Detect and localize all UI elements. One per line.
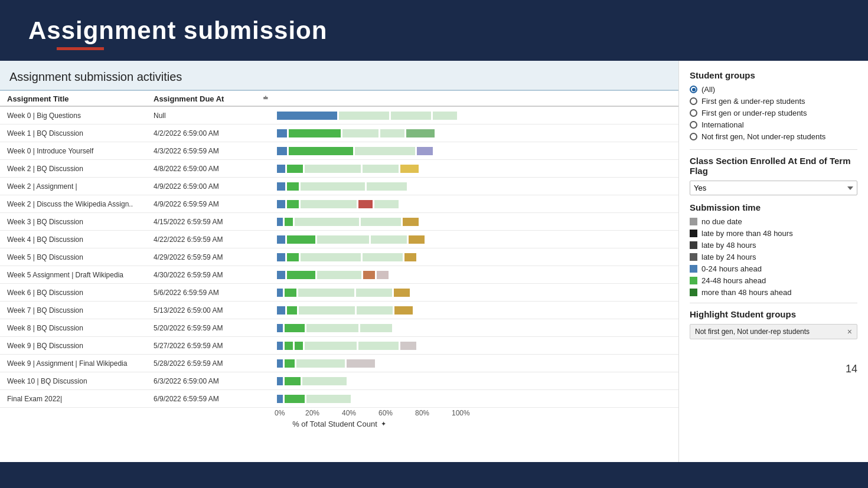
col-title-header: Assignment Title — [0, 94, 154, 103]
radio-label: First gen & under-rep students — [701, 97, 805, 106]
row-title: Week 6 | BQ Discussion — [0, 289, 154, 297]
bar-segment — [277, 324, 283, 332]
bars-wrapper — [275, 162, 419, 175]
bar-segment — [301, 182, 365, 191]
bars-wrapper — [275, 357, 376, 370]
bars-wrapper — [275, 339, 417, 352]
table-row: Week 0 | Big QuestionsNull — [0, 107, 678, 125]
bar-segment — [306, 395, 351, 403]
main-content: Assignment submission activities Assignm… — [0, 61, 868, 462]
bar-segment — [277, 112, 337, 120]
row-title: Week 2 | BQ Discussion — [0, 165, 154, 173]
student-group-item[interactable]: First gen & under-rep students — [690, 97, 857, 106]
x-axis-icon: ✦ — [381, 420, 386, 428]
bar-segment — [394, 306, 413, 315]
legend-color-box — [690, 218, 697, 225]
x-label-100: 100% — [452, 409, 475, 417]
table-row: Week 10 | BQ Discussion6/3/2022 6:59:00 … — [0, 372, 678, 390]
bars-wrapper — [275, 268, 389, 281]
student-group-item[interactable]: First gen or under-rep students — [690, 109, 857, 117]
bar-segment — [289, 129, 341, 137]
bar-segment — [363, 271, 375, 279]
row-due: 5/28/2022 6:59:59 AM — [154, 359, 263, 368]
bar-area — [275, 268, 678, 281]
bars-wrapper — [275, 145, 433, 158]
table-header: Assignment Title Assignment Due At ≐ — [0, 91, 678, 107]
bar-segment — [277, 147, 287, 155]
title-underline — [57, 47, 104, 50]
section-title: Assignment submission activities — [0, 61, 678, 91]
bar-segment — [285, 377, 301, 385]
bar-segment — [285, 395, 305, 403]
x-label-40: 40% — [342, 409, 378, 417]
bars-wrapper — [275, 215, 419, 228]
legend-item: 0-24 hours ahead — [690, 264, 857, 273]
bar-segment — [277, 253, 285, 261]
bars-wrapper — [275, 392, 351, 405]
legend-label: 24-48 hours ahead — [701, 276, 766, 285]
student-group-item[interactable]: (All) — [690, 85, 857, 94]
bar-area — [275, 198, 678, 211]
bar-segment — [287, 165, 303, 173]
bar-segment — [374, 200, 399, 208]
row-title: Week 3 | BQ Discussion — [0, 218, 154, 226]
row-due: 5/20/2022 6:59:59 AM — [154, 324, 263, 332]
bars-wrapper — [275, 233, 425, 246]
bar-segment — [285, 289, 296, 297]
bar-segment — [285, 218, 293, 226]
bar-segment — [295, 342, 303, 350]
table-row: Week 2 | Discuss the Wikipedia Assign..4… — [0, 195, 678, 213]
bar-segment — [380, 129, 404, 137]
bar-segment — [358, 200, 373, 208]
row-due: 4/8/2022 6:59:00 AM — [154, 165, 263, 173]
bar-segment — [287, 182, 299, 191]
bar-segment — [285, 359, 295, 368]
row-title: Final Exam 2022| — [0, 395, 154, 403]
table-row: Week 4 | BQ Discussion4/22/2022 6:59:59 … — [0, 231, 678, 248]
bar-segment — [377, 271, 389, 279]
bar-segment — [339, 112, 389, 120]
bar-segment — [363, 253, 403, 261]
legend-label: late by 48 hours — [701, 241, 756, 250]
col-sort-icon[interactable]: ≐ — [263, 94, 275, 103]
highlight-remove-button[interactable]: × — [847, 327, 852, 336]
bar-segment — [287, 271, 315, 279]
class-section-select[interactable]: Yes — [690, 181, 857, 195]
bar-area — [275, 286, 678, 299]
row-title: Week 5 | BQ Discussion — [0, 253, 154, 261]
highlight-value: Not first gen, Not under-rep students — [695, 327, 810, 336]
row-due: 5/6/2022 6:59:59 AM — [154, 289, 263, 297]
radio-label: International — [701, 120, 744, 129]
x-label-80: 80% — [415, 409, 452, 417]
bar-area — [275, 322, 678, 335]
row-due: 4/30/2022 6:59:59 AM — [154, 271, 263, 279]
legend-item: late by more than 48 hours — [690, 229, 857, 238]
bar-area — [275, 145, 678, 158]
row-title: Week 9 | Assignment | Final Wikipedia — [0, 359, 154, 368]
bar-segment — [287, 253, 299, 261]
bar-area — [275, 162, 678, 175]
row-title: Week 7 | BQ Discussion — [0, 306, 154, 315]
bar-segment — [287, 200, 299, 208]
bar-segment — [356, 289, 392, 297]
table-row: Week 5 | BQ Discussion4/29/2022 6:59:59 … — [0, 248, 678, 266]
divider-2 — [690, 303, 857, 303]
student-group-item[interactable]: International — [690, 120, 857, 129]
student-group-item[interactable]: Not first gen, Not under-rep students — [690, 132, 857, 141]
row-due: 4/9/2022 6:59:00 AM — [154, 182, 263, 191]
bar-segment — [296, 359, 345, 368]
bar-segment — [298, 289, 354, 297]
row-title: Week 8 | BQ Discussion — [0, 324, 154, 332]
bar-segment — [277, 342, 283, 350]
legend-color-box — [690, 277, 697, 284]
bar-segment — [277, 377, 283, 385]
row-due: Null — [154, 112, 263, 120]
bar-area — [275, 109, 678, 122]
legend-color-box — [690, 241, 697, 249]
radio-circle — [690, 121, 697, 129]
radio-circle — [690, 86, 697, 93]
bar-segment — [360, 324, 392, 332]
bar-area — [275, 339, 678, 352]
row-due: 4/2/2022 6:59:00 AM — [154, 129, 263, 137]
bar-segment — [277, 200, 285, 208]
